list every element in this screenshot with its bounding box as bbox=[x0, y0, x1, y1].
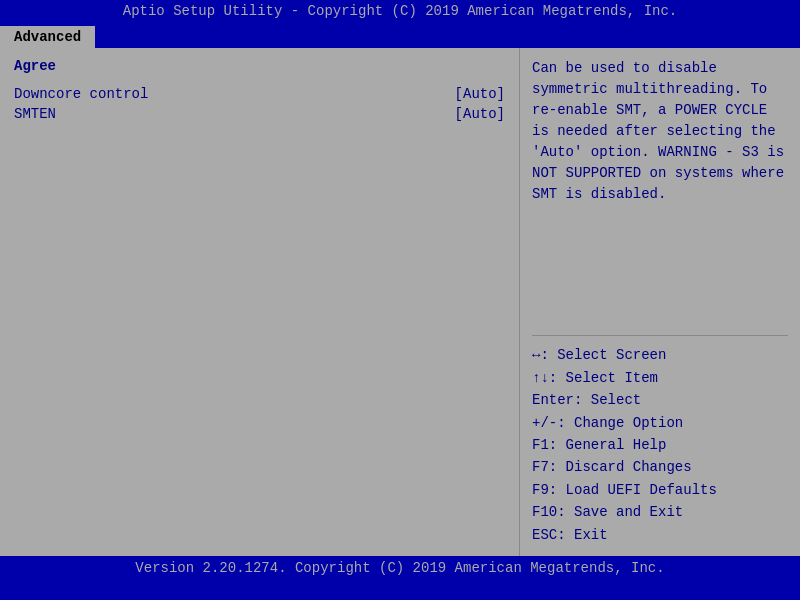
keybinding-item: F10: Save and Exit bbox=[532, 501, 788, 523]
right-panel: Can be used to disable symmetric multith… bbox=[520, 48, 800, 556]
tab-advanced[interactable]: Advanced bbox=[0, 26, 95, 48]
keybinding-item: F9: Load UEFI Defaults bbox=[532, 479, 788, 501]
keybinding-item: +/-: Change Option bbox=[532, 412, 788, 434]
section-title: Agree bbox=[14, 58, 505, 74]
menu-items: Downcore control[Auto]SMTEN[Auto] bbox=[14, 84, 505, 124]
footer-title: Version 2.20.1274. Copyright (C) 2019 Am… bbox=[135, 560, 664, 576]
menu-item-value: [Auto] bbox=[455, 86, 505, 102]
keybinding-item: F1: General Help bbox=[532, 434, 788, 456]
tab-bar: Advanced bbox=[0, 22, 800, 48]
menu-item[interactable]: SMTEN[Auto] bbox=[14, 104, 505, 124]
header-title: Aptio Setup Utility - Copyright (C) 2019… bbox=[123, 3, 678, 19]
header-bar: Aptio Setup Utility - Copyright (C) 2019… bbox=[0, 0, 800, 22]
keybinding-item: Enter: Select bbox=[532, 389, 788, 411]
main-content: Agree Downcore control[Auto]SMTEN[Auto] … bbox=[0, 48, 800, 556]
left-panel: Agree Downcore control[Auto]SMTEN[Auto] bbox=[0, 48, 520, 556]
menu-item-value: [Auto] bbox=[455, 106, 505, 122]
keybindings: ↔: Select Screen↑↓: Select ItemEnter: Se… bbox=[532, 335, 788, 546]
menu-item-label: SMTEN bbox=[14, 106, 56, 122]
menu-item[interactable]: Downcore control[Auto] bbox=[14, 84, 505, 104]
keybinding-item: ↔: Select Screen bbox=[532, 344, 788, 366]
keybinding-item: F7: Discard Changes bbox=[532, 456, 788, 478]
keybinding-item: ESC: Exit bbox=[532, 524, 788, 546]
keybinding-item: ↑↓: Select Item bbox=[532, 367, 788, 389]
help-text: Can be used to disable symmetric multith… bbox=[532, 58, 788, 335]
footer-bar: Version 2.20.1274. Copyright (C) 2019 Am… bbox=[0, 556, 800, 580]
menu-item-label: Downcore control bbox=[14, 86, 148, 102]
